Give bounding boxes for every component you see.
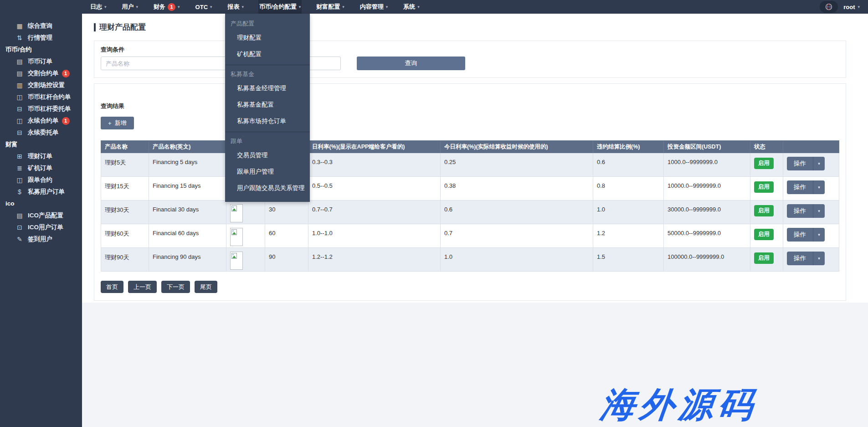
- nav-item-users[interactable]: 用户 ▾: [121, 0, 139, 14]
- menu-item-finance-config[interactable]: 理财配置: [225, 30, 310, 46]
- menu-item-trader-management[interactable]: 交易员管理: [225, 147, 310, 164]
- cell-status: 启用: [750, 201, 783, 224]
- sidebar-item-delivery-control-settings[interactable]: ▥ 交割场控设置: [0, 79, 82, 91]
- chevron-down-icon[interactable]: ▾: [813, 157, 825, 170]
- nav-item-label: 日志: [90, 3, 102, 11]
- sidebar-item-delivery-contract-orders[interactable]: ▤ 交割合约单 1: [0, 67, 82, 79]
- dropdown-group-header: 产品配置: [225, 15, 310, 30]
- table-row: 理财15天 Financing 15 days 0.5--0.5 0.38 0.…: [101, 177, 839, 201]
- pagination-first-button[interactable]: 首页: [101, 281, 123, 293]
- menu-item-fund-market-position-orders[interactable]: 私募市场持仓订单: [225, 113, 310, 129]
- nav-item-content-management[interactable]: 内容管理 ▾: [359, 0, 389, 14]
- sidebar-section-wealth: 财富: [0, 139, 82, 150]
- bookmark-icon: ◫: [15, 176, 24, 184]
- action-button-label[interactable]: 操作: [787, 204, 813, 218]
- action-button-label[interactable]: 操作: [787, 228, 813, 242]
- order-list-icon: ▤: [15, 58, 24, 65]
- sidebar-item-coin-orders[interactable]: ▤ 币币订单: [0, 56, 82, 67]
- nav-item-wealth-config[interactable]: 财富配置 ▾: [315, 0, 345, 14]
- cell-today-rate: 0.6: [441, 201, 593, 224]
- cell-daily-rate: 1.2--1.2: [308, 248, 441, 272]
- pagination-next-button[interactable]: 下一页: [161, 281, 190, 293]
- topbar-right: root ▾: [820, 0, 860, 14]
- menu-item-user-follow-trader-relation[interactable]: 用户跟随交易员关系管理: [225, 180, 310, 196]
- nav-item-otc[interactable]: OTC ▾: [195, 0, 213, 14]
- cell-daily-rate: 1.0--1.0: [308, 224, 441, 248]
- nav-item-label: 财务: [154, 3, 165, 11]
- menu-item-miner-config[interactable]: 矿机配置: [225, 46, 310, 62]
- sidebar-item-ico-user-orders[interactable]: ⊡ ICO用户订单: [0, 221, 82, 233]
- sidebar-item-perpetual-contract-orders[interactable]: ◫ 永续合约单 1: [0, 115, 82, 127]
- column-header: [783, 141, 839, 153]
- sidebar: ▦ 综合查询 ⇅ 行情管理 币币/合约 ▤ 币币订单 ▤ 交割合约单 1 ▥ 交…: [0, 14, 82, 427]
- chevron-down-icon[interactable]: ▾: [813, 252, 825, 265]
- sidebar-item-signin-users[interactable]: ✎ 签到用户: [0, 233, 82, 245]
- sidebar-item-finance-orders[interactable]: ⊞ 理财订单: [0, 150, 82, 162]
- action-split-button[interactable]: 操作 ▾: [787, 157, 825, 170]
- query-panel: 查询条件 查询: [94, 41, 846, 78]
- chevron-down-icon: ▾: [342, 5, 344, 9]
- sidebar-item-miner-orders[interactable]: ≣ 矿机订单: [0, 162, 82, 174]
- status-badge: 启用: [754, 229, 774, 240]
- menu-item-fund-manager-management[interactable]: 私募基金经理管理: [225, 80, 310, 97]
- cell-days: 90: [265, 248, 308, 272]
- menu-item-copy-trade-user-management[interactable]: 跟单用户管理: [225, 164, 310, 180]
- status-badge: 启用: [754, 158, 774, 169]
- sidebar-item-comprehensive-query[interactable]: ▦ 综合查询: [0, 20, 82, 32]
- monitor-icon: ⊡: [15, 224, 24, 231]
- cell-daily-rate: 0.5--0.5: [308, 177, 441, 201]
- sidebar-item-perpetual-entrust-orders[interactable]: ⊟ 永续委托单: [0, 127, 82, 139]
- cell-status: 启用: [750, 177, 783, 201]
- chevron-down-icon: ▾: [178, 5, 180, 9]
- sidebar-item-copy-trade-contracts[interactable]: ◫ 跟单合约: [0, 174, 82, 186]
- nav-item-reports[interactable]: 报表 ▾: [227, 0, 245, 14]
- document-copy-icon: ◫: [15, 117, 24, 124]
- nav-item-logs[interactable]: 日志 ▾: [89, 0, 108, 14]
- sidebar-item-market-management[interactable]: ⇅ 行情管理: [0, 32, 82, 44]
- action-split-button[interactable]: 操作 ▾: [787, 252, 825, 265]
- chevron-down-icon[interactable]: ▾: [813, 204, 825, 218]
- action-button-label[interactable]: 操作: [787, 252, 813, 265]
- cell-product-name: 理财15天: [101, 177, 149, 201]
- action-split-button[interactable]: 操作 ▾: [787, 204, 825, 218]
- cell-invest-range: 30000.0--9999999.0: [664, 201, 750, 224]
- query-button[interactable]: 查询: [357, 57, 465, 70]
- pagination-prev-button[interactable]: 上一页: [128, 281, 157, 293]
- menu-item-fund-config[interactable]: 私募基金配置: [225, 97, 310, 113]
- sidebar-item-coin-leverage-entrust-orders[interactable]: ⊟ 币币杠杆委托单: [0, 103, 82, 115]
- dropdown-group-header: 私募基金: [225, 66, 310, 80]
- chevron-down-icon[interactable]: ▾: [813, 228, 825, 242]
- pagination-last-button[interactable]: 尾页: [195, 281, 217, 293]
- cell-product-image: [226, 248, 265, 272]
- nav-item-coin-contract-config[interactable]: 币币/合约配置 ▾: [258, 0, 302, 14]
- notification-badge: 1: [62, 117, 70, 125]
- language-button[interactable]: [820, 1, 838, 13]
- chevron-down-icon[interactable]: ▾: [813, 180, 825, 194]
- column-header: 违约结算比例(%): [593, 141, 664, 153]
- sidebar-item-coin-leverage-contract-orders[interactable]: ◫ 币币杠杆合约单: [0, 91, 82, 103]
- topbar: 日志 ▾ 用户 ▾ 财务 1 ▾ OTC ▾ 报表 ▾ 币币/合约配置 ▾ 财富…: [0, 0, 868, 14]
- action-button-label[interactable]: 操作: [787, 157, 813, 170]
- cell-daily-rate: 0.7--0.7: [308, 201, 441, 224]
- chevron-down-icon: ▾: [858, 5, 860, 9]
- user-menu[interactable]: root ▾: [843, 4, 860, 10]
- sidebar-item-ico-product-config[interactable]: ▤ ICO产品配置: [0, 210, 82, 221]
- nav-item-system[interactable]: 系统 ▾: [402, 0, 421, 14]
- dollar-icon: $: [15, 188, 24, 195]
- action-split-button[interactable]: 操作 ▾: [787, 228, 825, 242]
- cell-penalty-ratio: 0.8: [593, 177, 664, 201]
- add-button[interactable]: + 新增: [101, 117, 134, 129]
- cell-today-rate: 0.38: [441, 177, 593, 201]
- column-header: 产品名称: [101, 141, 149, 153]
- column-header: 产品名称(英文): [149, 141, 226, 153]
- nav-item-finance[interactable]: 财务 1 ▾: [153, 0, 181, 14]
- cell-today-rate: 0.7: [441, 224, 593, 248]
- cell-product-image: [226, 201, 265, 224]
- sidebar-item-private-fund-user-orders[interactable]: $ 私募用户订单: [0, 186, 82, 198]
- order-list-icon: ▤: [15, 70, 24, 77]
- cell-product-name-en: Financing 5 days: [149, 153, 226, 177]
- nav-item-label: 用户: [122, 3, 134, 11]
- action-split-button[interactable]: 操作 ▾: [787, 180, 825, 194]
- broken-image-placeholder: [230, 204, 243, 222]
- action-button-label[interactable]: 操作: [787, 180, 813, 194]
